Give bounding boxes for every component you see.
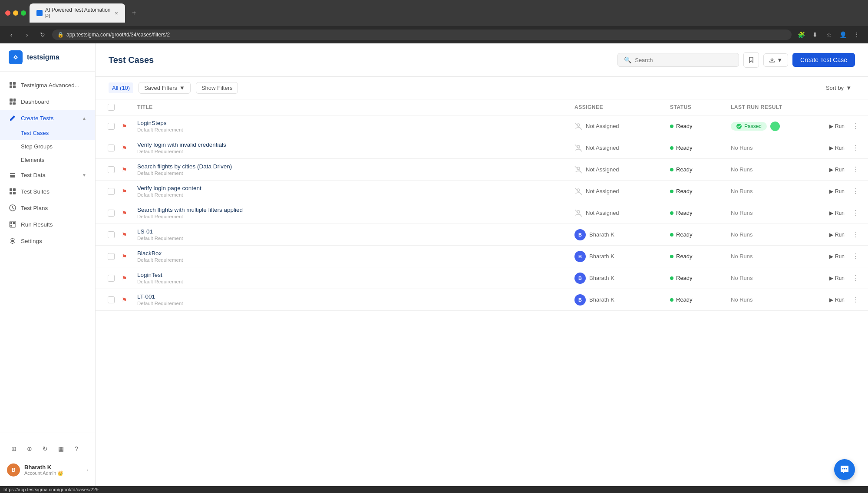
user-profile[interactable]: B Bharath K Account Admin 👑 › bbox=[0, 459, 95, 481]
run-button[interactable]: ▶ Run bbox=[827, 296, 847, 304]
row-checkbox[interactable] bbox=[108, 123, 115, 130]
sort-by-button[interactable]: Sort by ▼ bbox=[822, 82, 855, 93]
extensions-icon[interactable]: 🧩 bbox=[795, 29, 807, 41]
run-button[interactable]: ▶ Run bbox=[827, 230, 847, 239]
test-case-title[interactable]: LS-01 bbox=[137, 228, 574, 235]
sidebar-item-test-data[interactable]: Test Data ▼ bbox=[0, 167, 95, 183]
status-dot bbox=[670, 211, 673, 215]
sidebar-item-run-results-label: Run Results bbox=[21, 221, 86, 228]
run-button[interactable]: ▶ Run bbox=[827, 122, 847, 131]
run-button[interactable]: ▶ Run bbox=[827, 252, 847, 261]
user-avatar: B bbox=[7, 463, 20, 477]
more-options-button[interactable]: ⋮ bbox=[851, 230, 861, 240]
user-role: Account Admin 👑 bbox=[24, 470, 83, 476]
test-case-title[interactable]: LT-001 bbox=[137, 293, 574, 300]
run-button[interactable]: ▶ Run bbox=[827, 274, 847, 283]
sidebar-item-create-tests[interactable]: Create Tests ▲ bbox=[0, 110, 95, 126]
new-tab-button[interactable]: + bbox=[129, 6, 139, 20]
create-test-case-button[interactable]: Create Test Case bbox=[792, 53, 855, 67]
profile-icon[interactable]: 👤 bbox=[837, 29, 849, 41]
more-options-button[interactable]: ⋮ bbox=[851, 251, 861, 262]
menu-icon[interactable]: ⋮ bbox=[851, 29, 863, 41]
no-assignee-icon bbox=[574, 209, 582, 217]
assignee-name: Not Assigned bbox=[586, 210, 619, 216]
more-options-button[interactable]: ⋮ bbox=[851, 273, 861, 283]
more-options-button[interactable]: ⋮ bbox=[851, 295, 861, 305]
templates-icon[interactable]: ▦ bbox=[54, 442, 68, 456]
sidebar-item-test-plans[interactable]: Test Plans bbox=[0, 200, 95, 216]
url-input[interactable] bbox=[66, 32, 786, 38]
svg-point-0 bbox=[15, 56, 17, 58]
row-checkbox[interactable] bbox=[108, 231, 115, 238]
sidebar-item-test-cases[interactable]: Test Cases bbox=[0, 126, 95, 140]
tab-favicon bbox=[36, 10, 43, 16]
export-button[interactable]: ▼ bbox=[763, 53, 788, 67]
last-run-cell: No Runs bbox=[731, 210, 809, 216]
run-button[interactable]: ▶ Run bbox=[827, 165, 847, 174]
select-all-checkbox[interactable] bbox=[108, 104, 115, 111]
create-tests-submenu: Test Cases Step Groups Elements bbox=[0, 126, 95, 167]
saved-filters-button[interactable]: Saved Filters ▼ bbox=[139, 82, 191, 94]
back-button[interactable]: ‹ bbox=[5, 29, 17, 41]
sidebar-item-testsigma-advanced[interactable]: Testsigma Advanced... bbox=[0, 77, 95, 93]
row-checkbox[interactable] bbox=[108, 275, 115, 282]
sidebar-item-elements[interactable]: Elements bbox=[0, 153, 95, 167]
row-checkbox[interactable] bbox=[108, 166, 115, 173]
maximize-button[interactable] bbox=[21, 10, 26, 16]
svg-rect-12 bbox=[10, 188, 12, 191]
bookmark-test-icon[interactable] bbox=[743, 52, 759, 68]
sidebar-item-run-results[interactable]: Run Results bbox=[0, 216, 95, 233]
bookmark-icon[interactable]: ☆ bbox=[823, 29, 835, 41]
all-filter-button[interactable]: All (10) bbox=[109, 82, 133, 93]
sync-icon[interactable]: ↻ bbox=[38, 442, 52, 456]
sidebar-item-dashboard[interactable]: Dashboard bbox=[0, 93, 95, 110]
more-options-button[interactable]: ⋮ bbox=[851, 143, 861, 153]
row-checkbox[interactable] bbox=[108, 253, 115, 260]
tab-close-button[interactable]: ✕ bbox=[115, 11, 118, 16]
chat-bubble-button[interactable] bbox=[834, 459, 855, 480]
status-label: Ready bbox=[676, 210, 693, 216]
sidebar-item-step-groups[interactable]: Step Groups bbox=[0, 140, 95, 153]
search-box[interactable]: 🔍 bbox=[617, 53, 739, 67]
header-title: Title bbox=[137, 104, 574, 110]
row-checkbox[interactable] bbox=[108, 145, 115, 151]
run-triangle-icon: ▶ bbox=[829, 232, 833, 238]
download-icon[interactable]: ⬇ bbox=[809, 29, 821, 41]
row-checkbox[interactable] bbox=[108, 188, 115, 195]
test-case-title[interactable]: Search flights by cities (Data Driven) bbox=[137, 163, 574, 170]
forward-button[interactable]: › bbox=[21, 29, 33, 41]
row-checkbox-cell bbox=[102, 166, 120, 173]
more-options-button[interactable]: ⋮ bbox=[851, 164, 861, 175]
test-case-title[interactable]: LoginSteps bbox=[137, 120, 574, 126]
run-button[interactable]: ▶ Run bbox=[827, 187, 847, 196]
test-case-title[interactable]: Verify login page content bbox=[137, 185, 574, 191]
browser-tab[interactable]: AI Powered Test Automation Pl ✕ bbox=[30, 3, 125, 23]
refresh-button[interactable]: ↻ bbox=[36, 29, 49, 41]
sidebar-item-settings[interactable]: Settings bbox=[0, 233, 95, 249]
more-options-button[interactable]: ⋮ bbox=[851, 186, 861, 197]
test-case-title[interactable]: LoginTest bbox=[137, 272, 574, 278]
show-filters-button[interactable]: Show Filters bbox=[196, 82, 238, 94]
svg-rect-2 bbox=[13, 82, 16, 85]
close-button[interactable] bbox=[5, 10, 10, 16]
test-case-title[interactable]: Search flights with multiple filters app… bbox=[137, 207, 574, 213]
priority-flag: ⚑ bbox=[120, 252, 129, 261]
run-button[interactable]: ▶ Run bbox=[827, 209, 847, 217]
address-bar[interactable]: 🔒 bbox=[52, 30, 792, 40]
more-options-button[interactable]: ⋮ bbox=[851, 208, 861, 218]
help-icon[interactable]: ? bbox=[69, 442, 83, 456]
minimize-button[interactable] bbox=[13, 10, 18, 16]
addons-icon[interactable]: ⊕ bbox=[23, 442, 36, 456]
row-checkbox[interactable] bbox=[108, 210, 115, 217]
status-cell: Ready bbox=[670, 296, 731, 303]
test-case-title[interactable]: BlackBox bbox=[137, 250, 574, 256]
sidebar-item-test-suites[interactable]: Test Suites bbox=[0, 183, 95, 200]
test-case-title[interactable]: Verify login with invalid credentials bbox=[137, 141, 574, 148]
assignee-avatar: B bbox=[574, 273, 586, 284]
row-checkbox[interactable] bbox=[108, 296, 115, 303]
search-input[interactable] bbox=[635, 57, 733, 63]
more-options-button[interactable]: ⋮ bbox=[851, 121, 861, 131]
run-button[interactable]: ▶ Run bbox=[827, 144, 847, 152]
integrations-icon[interactable]: ⊞ bbox=[7, 442, 21, 456]
browser-toolbar: ‹ › ↻ 🔒 🧩 ⬇ ☆ 👤 ⋮ bbox=[0, 26, 868, 43]
